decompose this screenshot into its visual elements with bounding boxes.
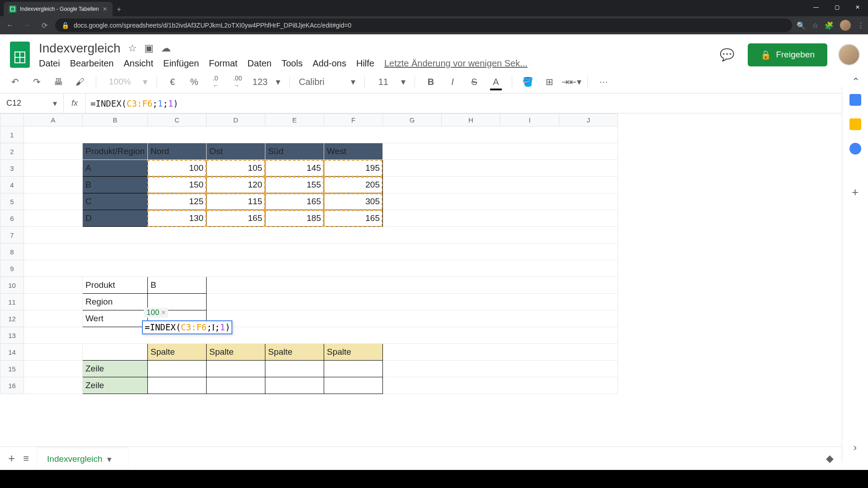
column-header[interactable]: F [324,114,382,127]
menu-ansicht[interactable]: Ansicht [123,58,153,69]
data-cell[interactable]: 145 [265,160,324,177]
extensions-icon[interactable]: 🧩 [825,21,834,30]
column-label[interactable]: Spalte [265,344,324,361]
browser-tab[interactable]: Indexvergleich - Google Tabellen ✕ [4,2,113,16]
sheet-tab-menu-icon[interactable]: ▾ [107,454,112,465]
column-header[interactable]: B [83,114,148,127]
table-row-label[interactable]: D [83,210,148,227]
account-avatar[interactable] [838,44,860,66]
fill-color-button[interactable]: 🪣 [521,75,535,89]
column-label[interactable]: Spalte [206,344,265,361]
column-header[interactable]: G [382,114,441,127]
zoom-dropdown[interactable]: 100% [105,77,135,87]
profile-avatar-icon[interactable] [840,20,851,31]
row-header[interactable]: 4 [0,177,24,193]
row-header[interactable]: 12 [0,310,24,327]
data-cell[interactable]: 150 [147,177,206,193]
name-box[interactable]: C12▾ [0,99,63,108]
row-header[interactable]: 2 [0,143,24,160]
row-label[interactable]: Zeile [83,361,148,377]
column-header[interactable]: J [559,114,618,127]
table-row-label[interactable]: B [83,177,148,193]
row-header[interactable]: 9 [0,260,24,277]
star-icon[interactable]: ☆ [128,42,137,54]
data-cell[interactable]: 165 [265,193,324,210]
font-size-dropdown[interactable]: 11 [374,77,393,87]
strikethrough-button[interactable]: S [467,75,481,89]
explore-button[interactable]: ◆ [826,453,834,465]
data-cell[interactable]: 205 [324,177,382,193]
spreadsheet-grid[interactable]: A B C D E F G H I J 1 2 Produkt/Region N… [0,113,618,394]
menu-tools[interactable]: Tools [282,58,303,69]
menu-addons[interactable]: Add-ons [312,58,346,69]
row-header[interactable]: 10 [0,277,24,294]
more-tools-button[interactable]: ⋯ [597,75,610,89]
font-family-dropdown[interactable]: Calibri [299,77,343,87]
redo-button[interactable]: ↷ [30,75,43,89]
menu-format[interactable]: Format [209,58,237,69]
increase-decimal-button[interactable]: .00→ [231,75,245,89]
merge-cells-button[interactable]: ⇥⇤▾ [565,75,578,89]
row-header[interactable]: 15 [0,361,24,377]
show-side-panel-icon[interactable]: › [854,442,857,454]
minimize-window-icon[interactable]: — [806,0,826,14]
data-cell[interactable]: 155 [265,177,324,193]
percent-button[interactable]: % [188,75,201,89]
data-cell[interactable]: 120 [206,177,265,193]
print-button[interactable]: 🖶 [52,75,65,89]
close-hint-icon[interactable]: × [161,308,165,317]
row-header[interactable]: 11 [0,294,24,310]
italic-button[interactable]: I [446,75,459,89]
data-cell[interactable]: 130 [147,210,206,227]
lookup-value[interactable]: B [147,277,206,294]
data-cell[interactable]: 105 [206,160,265,177]
document-title[interactable]: Indexvergleich [39,41,121,56]
new-tab-button[interactable]: + [113,3,126,16]
sheet-tab[interactable]: Indexvergleich ▾ [37,448,128,469]
formula-result-hint[interactable]: 100 × [144,308,168,318]
column-header[interactable]: A [24,114,83,127]
table-header[interactable]: West [324,143,382,160]
row-header[interactable]: 14 [0,344,24,361]
add-sheet-button[interactable]: + [8,451,15,465]
share-button[interactable]: 🔒 Freigeben [748,43,827,66]
add-addon-icon[interactable]: + [852,185,859,199]
column-header[interactable]: C [147,114,206,127]
column-header[interactable]: H [441,114,500,127]
table-header[interactable]: Produkt/Region [83,143,148,160]
keep-icon[interactable] [849,118,861,130]
lookup-label[interactable]: Produkt [83,277,148,294]
menu-datei[interactable]: Datei [39,58,60,69]
data-cell[interactable]: 185 [265,210,324,227]
row-header[interactable]: 7 [0,227,24,244]
all-sheets-button[interactable]: ≡ [23,453,29,465]
data-cell[interactable]: 165 [324,210,382,227]
last-edit-link[interactable]: Letzte Änderung vor wenigen Sek... [384,58,528,69]
text-color-button[interactable]: A [489,75,503,89]
table-header[interactable]: Nord [147,143,206,160]
row-label[interactable]: Zeile [83,377,148,394]
close-window-icon[interactable]: ✕ [847,0,868,14]
select-all-corner[interactable] [0,114,24,127]
menu-einfuegen[interactable]: Einfügen [163,58,199,69]
tasks-icon[interactable] [849,143,861,155]
collapse-toolbar-button[interactable]: ⌃ [852,76,860,88]
back-button[interactable]: ← [4,19,16,32]
borders-button[interactable]: ⊞ [543,75,557,89]
close-tab-icon[interactable]: ✕ [103,6,107,12]
formula-input[interactable]: =INDEX(C3:F6;1;1) [86,99,868,108]
menu-hilfe[interactable]: Hilfe [356,58,374,69]
column-header[interactable]: D [206,114,265,127]
table-header[interactable]: Süd [265,143,324,160]
row-header[interactable]: 1 [0,127,24,143]
cell-formula-editor[interactable]: =INDEX(C3:F6;I;1) [142,320,232,334]
data-cell[interactable]: 100 [147,160,206,177]
bold-button[interactable]: B [424,75,438,89]
forward-button[interactable]: → [21,19,33,32]
data-cell[interactable]: 165 [206,210,265,227]
reload-button[interactable]: ⟳ [38,19,51,32]
menu-bearbeiten[interactable]: Bearbeiten [70,58,114,69]
data-cell[interactable]: 305 [324,193,382,210]
column-header[interactable]: E [265,114,324,127]
lookup-label[interactable]: Region [83,294,148,310]
